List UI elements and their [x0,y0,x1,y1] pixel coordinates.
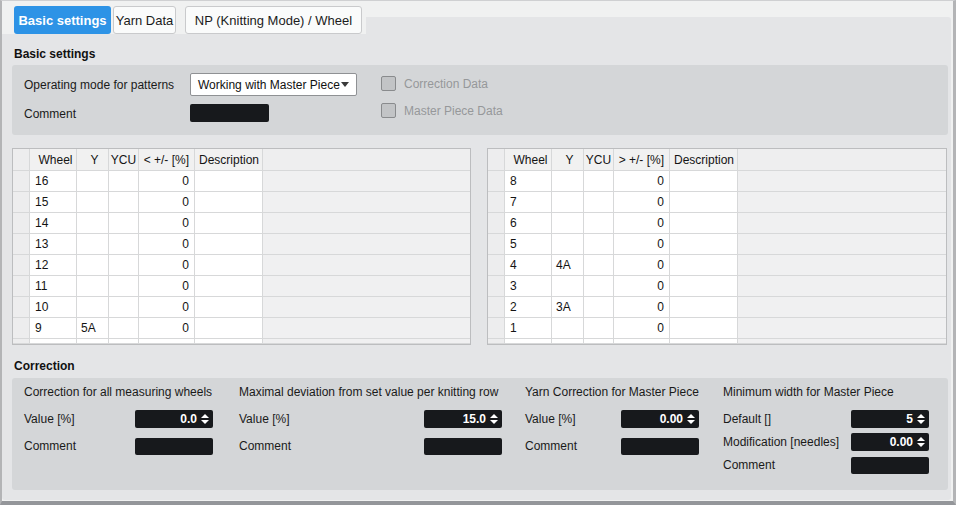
cell-tol[interactable]: 0 [139,234,195,255]
cell-ycu[interactable] [109,213,139,234]
cell-ycu[interactable] [584,171,614,192]
comment-input[interactable] [621,438,699,455]
value-percent-spinner[interactable]: 0.00 [621,410,699,428]
cell-ycell[interactable] [552,234,584,255]
comment-input[interactable] [424,438,502,455]
cell-tol[interactable]: 0 [139,255,195,276]
cell-desc[interactable] [195,318,263,339]
cell-desc[interactable] [195,234,263,255]
cell-ycu[interactable] [109,192,139,213]
cell-ycell[interactable] [552,276,584,297]
row-selector[interactable] [488,171,505,192]
cell-ycu[interactable] [584,213,614,234]
row-selector[interactable] [13,192,30,213]
comment-input[interactable] [135,438,213,455]
cell-tol[interactable]: 0 [614,318,670,339]
cell-ycell[interactable]: 3A [552,297,584,318]
row-selector[interactable] [488,192,505,213]
cell-tol[interactable]: 0 [614,297,670,318]
row-selector[interactable] [13,318,30,339]
cell-wheel[interactable]: 4 [505,255,552,276]
cell-ycu[interactable] [109,318,139,339]
default-spinner[interactable]: 5 [851,410,929,428]
spinner-arrows-icon[interactable] [913,414,929,424]
cell-desc[interactable] [195,255,263,276]
row-selector[interactable] [13,234,30,255]
row-selector[interactable] [488,276,505,297]
spinner-arrows-icon[interactable] [197,414,213,424]
cell-ycu[interactable] [109,297,139,318]
row-selector[interactable] [13,276,30,297]
comment-input[interactable] [190,104,269,122]
cell-ycell[interactable] [552,213,584,234]
tab-basic-settings[interactable]: Basic settings [14,6,111,34]
cell-ycell[interactable]: 4A [552,255,584,276]
cell-ycell[interactable]: 5A [77,318,109,339]
cell-ycu[interactable] [584,318,614,339]
cell-wheel[interactable]: 13 [30,234,77,255]
cell-ycu[interactable] [584,255,614,276]
cell-desc[interactable] [670,213,738,234]
row-selector[interactable] [13,255,30,276]
cell-wheel[interactable]: 8 [505,171,552,192]
cell-desc[interactable] [670,318,738,339]
cell-ycell[interactable] [77,213,109,234]
cell-tol[interactable]: 0 [614,276,670,297]
cell-ycu[interactable] [584,192,614,213]
cell-tol[interactable]: 0 [139,192,195,213]
correction-data-checkbox[interactable] [381,76,396,91]
cell-desc[interactable] [670,234,738,255]
cell-wheel[interactable]: 15 [30,192,77,213]
cell-ycu[interactable] [109,234,139,255]
tab-np-knitting-mode-wheel[interactable]: NP (Knitting Mode) / Wheel [185,6,362,34]
cell-tol[interactable]: 0 [614,255,670,276]
cell-wheel[interactable]: 5 [505,234,552,255]
cell-wheel[interactable]: 10 [30,297,77,318]
row-selector[interactable] [488,318,505,339]
cell-ycu[interactable] [109,255,139,276]
cell-wheel[interactable]: 6 [505,213,552,234]
cell-ycu[interactable] [584,234,614,255]
cell-wheel[interactable]: 12 [30,255,77,276]
cell-desc[interactable] [195,276,263,297]
spinner-arrows-icon[interactable] [486,414,502,424]
cell-tol[interactable]: 0 [614,192,670,213]
cell-ycell[interactable] [77,192,109,213]
cell-ycell[interactable] [552,171,584,192]
row-selector[interactable] [488,234,505,255]
modification-spinner[interactable]: 0.00 [851,433,929,451]
cell-ycu[interactable] [109,171,139,192]
master-piece-data-checkbox[interactable] [381,103,396,118]
cell-ycell[interactable] [77,276,109,297]
cell-desc[interactable] [670,192,738,213]
cell-wheel[interactable]: 14 [30,213,77,234]
tab-yarn-data[interactable]: Yarn Data [113,6,176,34]
cell-wheel[interactable]: 7 [505,192,552,213]
cell-ycell[interactable] [77,171,109,192]
cell-desc[interactable] [670,255,738,276]
cell-ycell[interactable] [552,318,584,339]
cell-ycell[interactable] [77,297,109,318]
cell-tol[interactable]: 0 [614,171,670,192]
row-selector[interactable] [13,297,30,318]
cell-ycu[interactable] [109,276,139,297]
spinner-arrows-icon[interactable] [913,437,929,447]
cell-wheel[interactable]: 11 [30,276,77,297]
cell-ycell[interactable] [77,234,109,255]
cell-wheel[interactable]: 2 [505,297,552,318]
cell-desc[interactable] [670,297,738,318]
cell-desc[interactable] [195,192,263,213]
cell-ycu[interactable] [584,276,614,297]
cell-tol[interactable]: 0 [139,213,195,234]
row-selector[interactable] [488,297,505,318]
row-selector[interactable] [488,255,505,276]
cell-desc[interactable] [195,213,263,234]
cell-tol[interactable]: 0 [614,213,670,234]
cell-tol[interactable]: 0 [139,297,195,318]
operating-mode-dropdown[interactable]: Working with Master Piece [190,73,357,96]
cell-desc[interactable] [195,171,263,192]
cell-tol[interactable]: 0 [139,318,195,339]
cell-ycu[interactable] [584,297,614,318]
cell-tol[interactable]: 0 [614,234,670,255]
row-selector[interactable] [13,171,30,192]
